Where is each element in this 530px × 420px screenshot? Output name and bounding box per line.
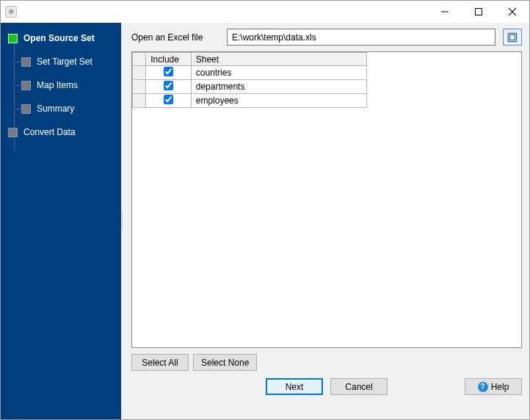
file-label: Open an Excel file (131, 32, 219, 43)
include-checkbox[interactable] (164, 95, 173, 104)
col-header-sheet[interactable]: Sheet (191, 53, 366, 66)
sidebar-item-open-source-set[interactable]: Open Source Set (1, 32, 121, 45)
cancel-button[interactable]: Cancel (330, 378, 388, 395)
grid-corner (133, 53, 146, 66)
row-header[interactable] (133, 80, 146, 94)
browse-icon (507, 32, 518, 43)
include-checkbox[interactable] (164, 81, 173, 90)
select-none-button[interactable]: Select None (193, 354, 257, 371)
close-button[interactable] (495, 1, 529, 23)
table-row[interactable]: departments (133, 80, 367, 94)
sidebar-item-set-target-set[interactable]: Set Target Set (1, 55, 121, 68)
sidebar-item-label: Convert Data (23, 127, 76, 137)
sheet-name-cell[interactable]: countries (191, 66, 366, 80)
step-marker-icon (8, 34, 18, 43)
row-header[interactable] (133, 94, 146, 108)
sheet-name-cell[interactable]: departments (191, 80, 366, 94)
sidebar-item-convert-data[interactable]: Convert Data (1, 126, 121, 139)
maximize-button[interactable] (462, 1, 495, 23)
splitter[interactable] (121, 23, 124, 419)
sidebar-item-label: Set Target Set (37, 57, 92, 67)
tree-branch (14, 85, 21, 86)
app-icon (5, 6, 17, 18)
next-button[interactable]: Next (266, 378, 323, 395)
sheet-name-cell[interactable]: employees (191, 94, 366, 108)
include-checkbox[interactable] (164, 67, 173, 76)
help-icon: ? (478, 382, 488, 392)
tree-branch (14, 109, 21, 109)
tree-branch (14, 62, 21, 62)
step-marker-icon (21, 57, 31, 67)
sidebar-item-label: Open Source Set (23, 33, 95, 43)
file-path-input[interactable] (227, 29, 495, 46)
grid-header-row: Include Sheet (133, 53, 367, 66)
step-marker-icon (21, 81, 31, 90)
svg-rect-0 (476, 9, 482, 15)
table-row[interactable]: employees (133, 94, 367, 108)
step-marker-icon (8, 128, 18, 137)
sheets-grid: Include Sheet countries departments (131, 51, 522, 348)
titlebar (1, 1, 529, 23)
wizard-page: Open an Excel file Include Sheet (124, 23, 529, 419)
sidebar-item-summary[interactable]: Summary (1, 102, 121, 115)
sidebar-item-label: Summary (37, 104, 74, 114)
help-button[interactable]: ? Help (465, 378, 522, 395)
sidebar-item-label: Map Items (37, 80, 78, 90)
browse-button[interactable] (503, 29, 522, 46)
row-header[interactable] (133, 66, 146, 80)
svg-rect-2 (510, 35, 515, 40)
svg-rect-1 (508, 33, 516, 41)
step-marker-icon (21, 104, 31, 114)
col-header-include[interactable]: Include (146, 53, 192, 66)
minimize-button[interactable] (428, 1, 462, 23)
wizard-sidebar: Open Source Set Set Target Set Map Items… (1, 23, 121, 419)
table-row[interactable]: countries (133, 66, 367, 80)
help-label: Help (491, 382, 509, 392)
sidebar-item-map-items[interactable]: Map Items (1, 79, 121, 92)
select-all-button[interactable]: Select All (131, 354, 189, 371)
